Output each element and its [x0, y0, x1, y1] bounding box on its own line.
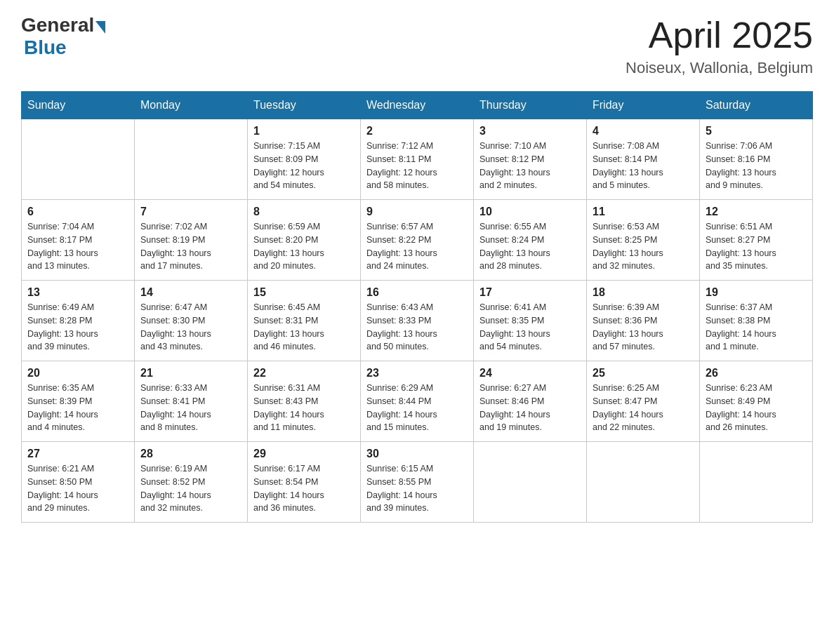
calendar-cell: 16Sunrise: 6:43 AM Sunset: 8:33 PM Dayli…	[361, 281, 474, 361]
day-info: Sunrise: 6:59 AM Sunset: 8:20 PM Dayligh…	[253, 220, 355, 273]
day-number: 3	[479, 125, 581, 137]
calendar-cell: 18Sunrise: 6:39 AM Sunset: 8:36 PM Dayli…	[587, 281, 700, 361]
calendar-week-row: 20Sunrise: 6:35 AM Sunset: 8:39 PM Dayli…	[22, 361, 813, 442]
day-info: Sunrise: 6:41 AM Sunset: 8:35 PM Dayligh…	[479, 301, 581, 354]
day-number: 10	[479, 206, 581, 218]
day-of-week-header: Saturday	[700, 92, 813, 119]
calendar-cell: 27Sunrise: 6:21 AM Sunset: 8:50 PM Dayli…	[22, 442, 135, 523]
calendar-cell: 22Sunrise: 6:31 AM Sunset: 8:43 PM Dayli…	[248, 361, 361, 442]
day-number: 29	[253, 448, 355, 460]
logo: General Blue	[21, 14, 105, 59]
calendar-cell: 10Sunrise: 6:55 AM Sunset: 8:24 PM Dayli…	[474, 200, 587, 281]
page-header: General Blue April 2025 Noiseux, Walloni…	[21, 14, 813, 77]
day-number: 4	[593, 125, 694, 137]
calendar-cell: 11Sunrise: 6:53 AM Sunset: 8:25 PM Dayli…	[587, 200, 700, 281]
day-info: Sunrise: 6:17 AM Sunset: 8:54 PM Dayligh…	[253, 462, 355, 515]
calendar-cell: 15Sunrise: 6:45 AM Sunset: 8:31 PM Dayli…	[248, 281, 361, 361]
day-of-week-header: Thursday	[474, 92, 587, 119]
calendar-cell	[474, 442, 587, 523]
day-info: Sunrise: 7:12 AM Sunset: 8:11 PM Dayligh…	[366, 140, 468, 192]
calendar-cell: 20Sunrise: 6:35 AM Sunset: 8:39 PM Dayli…	[22, 361, 135, 442]
calendar-week-row: 27Sunrise: 6:21 AM Sunset: 8:50 PM Dayli…	[22, 442, 813, 523]
calendar-cell	[700, 442, 813, 523]
day-number: 27	[27, 448, 128, 460]
calendar-cell: 24Sunrise: 6:27 AM Sunset: 8:46 PM Dayli…	[474, 361, 587, 442]
calendar-cell: 1Sunrise: 7:15 AM Sunset: 8:09 PM Daylig…	[248, 119, 361, 200]
day-info: Sunrise: 6:19 AM Sunset: 8:52 PM Dayligh…	[140, 462, 241, 515]
day-info: Sunrise: 6:35 AM Sunset: 8:39 PM Dayligh…	[27, 382, 128, 434]
calendar-cell: 28Sunrise: 6:19 AM Sunset: 8:52 PM Dayli…	[135, 442, 248, 523]
day-of-week-header: Tuesday	[248, 92, 361, 119]
day-info: Sunrise: 6:15 AM Sunset: 8:55 PM Dayligh…	[366, 462, 468, 515]
day-number: 20	[27, 367, 128, 380]
calendar-cell: 5Sunrise: 7:06 AM Sunset: 8:16 PM Daylig…	[700, 119, 813, 200]
day-info: Sunrise: 6:33 AM Sunset: 8:41 PM Dayligh…	[140, 382, 241, 434]
day-info: Sunrise: 6:23 AM Sunset: 8:49 PM Dayligh…	[706, 382, 807, 434]
calendar-week-row: 1Sunrise: 7:15 AM Sunset: 8:09 PM Daylig…	[22, 119, 813, 200]
day-info: Sunrise: 6:31 AM Sunset: 8:43 PM Dayligh…	[253, 382, 355, 434]
day-number: 21	[140, 367, 241, 380]
calendar-week-row: 6Sunrise: 7:04 AM Sunset: 8:17 PM Daylig…	[22, 200, 813, 281]
calendar-cell: 7Sunrise: 7:02 AM Sunset: 8:19 PM Daylig…	[135, 200, 248, 281]
day-info: Sunrise: 7:04 AM Sunset: 8:17 PM Dayligh…	[27, 220, 128, 273]
day-info: Sunrise: 6:29 AM Sunset: 8:44 PM Dayligh…	[366, 382, 468, 434]
calendar-cell	[587, 442, 700, 523]
day-number: 26	[706, 367, 807, 380]
day-info: Sunrise: 6:21 AM Sunset: 8:50 PM Dayligh…	[27, 462, 128, 515]
calendar-cell: 14Sunrise: 6:47 AM Sunset: 8:30 PM Dayli…	[135, 281, 248, 361]
day-number: 13	[27, 286, 128, 299]
day-number: 15	[253, 286, 355, 299]
day-number: 28	[140, 448, 241, 460]
calendar-cell: 26Sunrise: 6:23 AM Sunset: 8:49 PM Dayli…	[700, 361, 813, 442]
calendar-cell: 30Sunrise: 6:15 AM Sunset: 8:55 PM Dayli…	[361, 442, 474, 523]
day-of-week-header: Monday	[135, 92, 248, 119]
calendar-cell: 23Sunrise: 6:29 AM Sunset: 8:44 PM Dayli…	[361, 361, 474, 442]
logo-blue-text: Blue	[24, 36, 67, 59]
calendar-cell: 9Sunrise: 6:57 AM Sunset: 8:22 PM Daylig…	[361, 200, 474, 281]
day-number: 19	[706, 286, 807, 299]
day-number: 12	[706, 206, 807, 218]
logo-general-text: General	[21, 14, 94, 36]
calendar-cell: 19Sunrise: 6:37 AM Sunset: 8:38 PM Dayli…	[700, 281, 813, 361]
day-info: Sunrise: 6:47 AM Sunset: 8:30 PM Dayligh…	[140, 301, 241, 354]
day-number: 6	[27, 206, 128, 218]
calendar-cell: 8Sunrise: 6:59 AM Sunset: 8:20 PM Daylig…	[248, 200, 361, 281]
day-info: Sunrise: 6:51 AM Sunset: 8:27 PM Dayligh…	[706, 220, 807, 273]
day-number: 17	[479, 286, 581, 299]
day-number: 18	[593, 286, 694, 299]
day-info: Sunrise: 6:27 AM Sunset: 8:46 PM Dayligh…	[479, 382, 581, 434]
calendar-cell: 13Sunrise: 6:49 AM Sunset: 8:28 PM Dayli…	[22, 281, 135, 361]
calendar-cell: 17Sunrise: 6:41 AM Sunset: 8:35 PM Dayli…	[474, 281, 587, 361]
day-info: Sunrise: 7:10 AM Sunset: 8:12 PM Dayligh…	[479, 140, 581, 192]
calendar-location: Noiseux, Wallonia, Belgium	[626, 59, 813, 77]
title-block: April 2025 Noiseux, Wallonia, Belgium	[626, 14, 813, 77]
calendar-cell: 3Sunrise: 7:10 AM Sunset: 8:12 PM Daylig…	[474, 119, 587, 200]
day-of-week-header: Wednesday	[361, 92, 474, 119]
calendar-title: April 2025	[626, 14, 813, 56]
day-of-week-header: Sunday	[22, 92, 135, 119]
day-number: 25	[593, 367, 694, 380]
calendar-week-row: 13Sunrise: 6:49 AM Sunset: 8:28 PM Dayli…	[22, 281, 813, 361]
day-info: Sunrise: 6:53 AM Sunset: 8:25 PM Dayligh…	[593, 220, 694, 273]
day-info: Sunrise: 6:45 AM Sunset: 8:31 PM Dayligh…	[253, 301, 355, 354]
day-info: Sunrise: 6:55 AM Sunset: 8:24 PM Dayligh…	[479, 220, 581, 273]
day-info: Sunrise: 7:15 AM Sunset: 8:09 PM Dayligh…	[253, 140, 355, 192]
calendar-cell: 4Sunrise: 7:08 AM Sunset: 8:14 PM Daylig…	[587, 119, 700, 200]
day-info: Sunrise: 6:37 AM Sunset: 8:38 PM Dayligh…	[706, 301, 807, 354]
day-number: 1	[253, 125, 355, 137]
day-number: 30	[366, 448, 468, 460]
day-number: 24	[479, 367, 581, 380]
day-info: Sunrise: 6:43 AM Sunset: 8:33 PM Dayligh…	[366, 301, 468, 354]
calendar-cell	[135, 119, 248, 200]
day-number: 2	[366, 125, 468, 137]
day-number: 11	[593, 206, 694, 218]
day-info: Sunrise: 6:57 AM Sunset: 8:22 PM Dayligh…	[366, 220, 468, 273]
day-number: 14	[140, 286, 241, 299]
day-number: 23	[366, 367, 468, 380]
day-info: Sunrise: 7:06 AM Sunset: 8:16 PM Dayligh…	[706, 140, 807, 192]
calendar-header-row: SundayMondayTuesdayWednesdayThursdayFrid…	[22, 92, 813, 119]
day-info: Sunrise: 7:02 AM Sunset: 8:19 PM Dayligh…	[140, 220, 241, 273]
calendar-cell	[22, 119, 135, 200]
calendar-cell: 21Sunrise: 6:33 AM Sunset: 8:41 PM Dayli…	[135, 361, 248, 442]
day-number: 7	[140, 206, 241, 218]
